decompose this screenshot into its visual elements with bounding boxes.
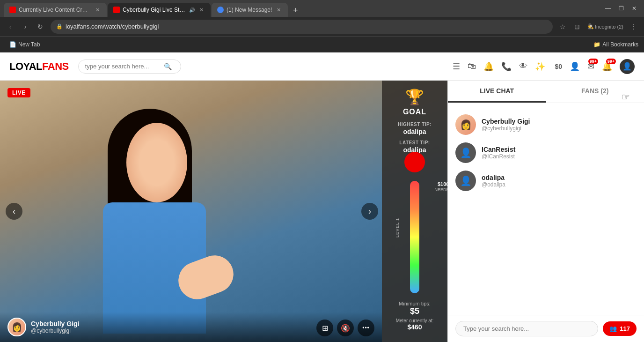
right-panel: LIVE CHAT FANS (2) 👩 Cyberbully Gigi @cy… (447, 81, 644, 342)
stream-user-details: Cyberbully Gigi @cyberbullygigi (31, 320, 79, 334)
panel-content: 👩 Cyberbully Gigi @cyberbullygigi 👤 ICan… (448, 103, 644, 315)
fan-item-1: 👩 Cyberbully Gigi @cyberbullygigi (455, 111, 637, 139)
tab2-favicon (113, 7, 120, 13)
fan3-details: odalipa @odalipa (482, 174, 505, 188)
lf-header: LOYALFANS 🔍 ☰ 🛍 🔔 📞 👁 ✨ $0 👤 (0, 52, 644, 81)
fans-tab[interactable]: FANS (2) (546, 81, 644, 103)
incognito-button[interactable]: 🕵 Incognito (2) (585, 20, 626, 33)
bell-icon[interactable]: 🔔 99+ (602, 61, 612, 72)
fan2-handle: @ICanResist (482, 153, 515, 160)
thermo-bar (410, 181, 419, 293)
chat-input[interactable] (455, 321, 598, 336)
mail-icon[interactable]: ✉ 99+ (587, 61, 594, 72)
fan-item-3: 👤 odalipa @odalipa (455, 167, 637, 195)
more-button[interactable]: ⋮ (627, 20, 640, 33)
live-badge: LIVE (7, 88, 30, 97)
more-options-button[interactable]: ••• (358, 320, 374, 336)
cast-button[interactable]: ⊡ (571, 20, 584, 33)
fan3-avatar: 👤 (455, 171, 476, 191)
tab2-mute-icon[interactable]: 🔊 (189, 7, 195, 13)
bookmark-star-button[interactable]: ☆ (556, 20, 570, 33)
tab1-close[interactable]: ✕ (94, 6, 101, 14)
close-button[interactable]: ✕ (628, 2, 640, 15)
back-button[interactable]: ‹ (4, 20, 17, 33)
nav-bar: ‹ › ↻ 🔒 loyalfans.com/watch/cyberbullygi… (0, 17, 644, 37)
fan1-name: Cyberbully Gigi (482, 118, 530, 125)
stream-area: LIVE ‹ › 🏆 GOAL HIGHEST TIP: odalipa LAT… (0, 81, 447, 342)
fan3-name: odalipa (482, 174, 505, 181)
latest-tip-label: LATEST TIP: (399, 140, 430, 145)
fan3-handle: @odalipa (482, 181, 505, 188)
tab1-favicon (9, 7, 16, 13)
group-icon: 👥 (609, 325, 617, 332)
fan1-details: Cyberbully Gigi @cyberbullygigi (482, 118, 530, 132)
nav-actions: ☆ ⊡ 🕵 Incognito (2) ⋮ (556, 20, 640, 33)
logo-fans: FANS (42, 60, 69, 72)
reload-button[interactable]: ↻ (34, 20, 47, 33)
highest-tip-label: HIGHEST TIP: (398, 122, 432, 127)
mute-button[interactable]: 🔇 (337, 320, 354, 336)
tab3-favicon (217, 7, 224, 13)
minimize-button[interactable]: — (602, 2, 614, 15)
address-bar[interactable]: 🔒 loyalfans.com/watch/cyberbullygigi (51, 20, 553, 34)
fan2-details: ICanResist @ICanResist (482, 146, 515, 160)
puzzle-button[interactable]: ⊞ (316, 320, 333, 336)
viewer-count-button[interactable]: 👥 117 (603, 321, 637, 336)
tab2-close[interactable]: ✕ (198, 6, 205, 14)
fan2-name: ICanResist (482, 146, 515, 153)
tab-1[interactable]: Currently Live Content Creators... ✕ (4, 3, 107, 17)
tab-strip: Currently Live Content Creators... ✕ Cyb… (4, 0, 596, 17)
header-nav-icons: ☰ 🛍 🔔 📞 👁 ✨ $0 👤 ✉ 99+ 🔔 99+ (453, 59, 635, 74)
user-icon[interactable]: 👤 (570, 61, 580, 72)
face-shape (126, 123, 187, 202)
menu-icon[interactable]: ☰ (453, 61, 460, 72)
tab3-close[interactable]: ✕ (275, 6, 282, 14)
new-tab-label: New Tab (18, 41, 40, 48)
new-tab-button[interactable]: + (289, 4, 302, 17)
meter-value: $460 (407, 323, 422, 331)
panel-tabs: LIVE CHAT FANS (2) (448, 81, 644, 103)
camera-icon[interactable]: 👁 (519, 61, 527, 71)
all-bookmarks-label: All Bookmarks (602, 41, 638, 48)
mail-badge: 99+ (588, 59, 598, 64)
user-avatar-icon[interactable]: 👤 (620, 59, 635, 74)
amount-needed-label: $100 NEEDED (434, 181, 447, 193)
forward-button[interactable]: › (19, 20, 32, 33)
search-bar[interactable]: 🔍 (78, 59, 181, 74)
prev-button[interactable]: ‹ (6, 203, 22, 220)
fan-item-2: 👤 ICanResist @ICanResist (455, 139, 637, 167)
bookmarks-folder-icon: 📁 (593, 41, 600, 48)
search-icon[interactable]: 🔍 (164, 63, 172, 70)
stream-user-info: 👩 Cyberbully Gigi @cyberbullygigi (7, 318, 79, 336)
tab-3[interactable]: (1) New Message! ✕ (212, 3, 288, 17)
notification-bell-icon[interactable]: 🔔 (483, 61, 494, 72)
level-label: LEVEL 1 (395, 218, 400, 238)
incognito-icon: 🕵 (587, 23, 594, 30)
favorites-icon[interactable]: ✨ (535, 61, 545, 72)
min-tips-label: Minimum tips: (399, 301, 431, 306)
lock-icon: 🔒 (56, 23, 63, 30)
bookmarks-right: 📁 All Bookmarks (593, 41, 638, 48)
tab-2[interactable]: Cyberbully Gigi Live Stream 🔊 ✕ (108, 3, 211, 17)
bookmarks-bar: 📄 New Tab 📁 All Bookmarks (0, 37, 644, 52)
fan2-avatar: 👤 (455, 142, 476, 163)
goal-panel: 🏆 GOAL HIGHEST TIP: odalipa LATEST TIP: … (382, 81, 447, 342)
new-tab-bookmark[interactable]: 📄 New Tab (6, 39, 44, 50)
tab2-title: Cyberbully Gigi Live Stream (123, 7, 186, 13)
stream-user-avatar: 👩 (7, 318, 26, 336)
stream-controls: ⊞ 🔇 ••• (316, 320, 374, 336)
incognito-label: Incognito (2) (595, 24, 623, 30)
min-tips-value: $5 (410, 306, 419, 316)
next-button[interactable]: › (361, 203, 378, 220)
chrome-titlebar: Currently Live Content Creators... ✕ Cyb… (0, 0, 644, 17)
goal-title: GOAL (403, 108, 426, 116)
meter-label: Meter currently at: (396, 318, 434, 323)
live-chat-tab[interactable]: LIVE CHAT (448, 81, 546, 103)
phone-icon[interactable]: 📞 (501, 61, 512, 72)
bell-badge: 99+ (606, 59, 616, 64)
balance-display: $0 (555, 63, 562, 70)
cart-icon[interactable]: 🛍 (468, 61, 476, 71)
lf-logo[interactable]: LOYALFANS (9, 60, 69, 73)
maximize-button[interactable]: ❐ (615, 2, 627, 15)
search-input[interactable] (85, 63, 160, 70)
